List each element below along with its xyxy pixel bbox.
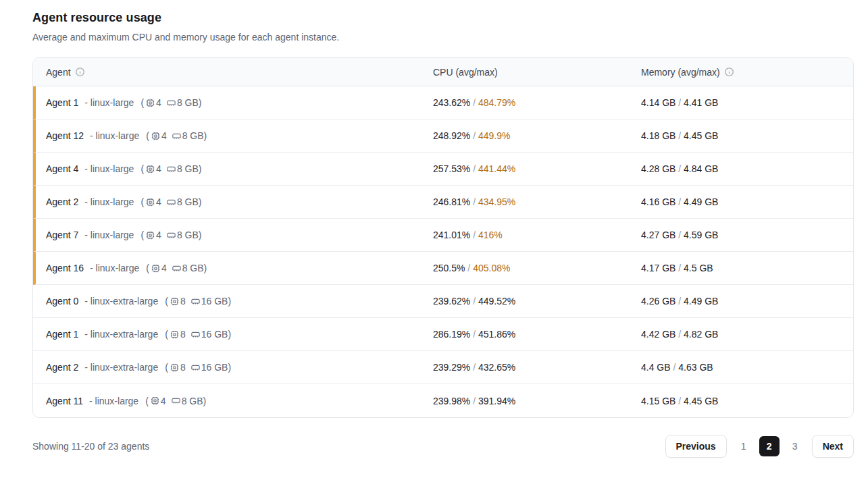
memory-cell: 4.42 GB / 4.82 GB <box>641 329 853 340</box>
spec-paren-close: ) <box>228 296 231 307</box>
value-separator: / <box>470 296 478 307</box>
cpu-avg-value: 246.81% <box>433 196 470 207</box>
agent-cell: Agent 12 - linux-large (48 GB) <box>36 130 433 141</box>
memory-max-value: 4.45 GB <box>684 396 718 406</box>
spec-ram: 8 GB <box>177 196 199 207</box>
memory-icon <box>190 363 201 373</box>
agent-spec: (816 GB) <box>165 329 231 340</box>
cpu-cell: 250.5% / 405.08% <box>433 263 641 273</box>
cpu-icon <box>145 230 155 240</box>
memory-icon <box>166 164 176 174</box>
spec-ram: 8 GB <box>182 130 204 141</box>
value-separator: / <box>470 130 478 141</box>
spec-cores: 4 <box>161 396 166 406</box>
agent-name: Agent 4 <box>46 163 78 174</box>
memory-info-icon[interactable] <box>724 67 734 77</box>
spec-ram: 8 GB <box>177 97 199 108</box>
cpu-cell: 241.01% / 416% <box>433 230 641 240</box>
table-row: Agent 1 - linux-large (48 GB) 243.62% / … <box>33 86 853 120</box>
agent-spec: (48 GB) <box>141 97 201 108</box>
memory-max-value: 4.49 GB <box>684 296 718 307</box>
agent-name: Agent 1 <box>46 97 78 108</box>
agent-cell: Agent 0 - linux-extra-large (816 GB) <box>33 296 433 307</box>
spec-paren-open: ( <box>165 296 168 307</box>
spec-paren-open: ( <box>146 130 149 141</box>
spec-paren-open: ( <box>165 329 168 340</box>
page-1-button[interactable]: 1 <box>736 436 751 456</box>
memory-cell: 4.17 GB / 4.5 GB <box>641 263 853 273</box>
spec-ram: 16 GB <box>201 362 228 373</box>
agent-name: Agent 2 <box>46 196 78 207</box>
table-row: Agent 4 - linux-large (48 GB) 257.53% / … <box>33 153 853 186</box>
cpu-max-value: 449.9% <box>478 130 510 141</box>
memory-avg-value: 4.4 GB <box>641 362 671 373</box>
table-footer: Showing 11-20 of 23 agents Previous 123 … <box>32 434 854 458</box>
cpu-avg-value: 286.19% <box>433 329 470 340</box>
agent-info-icon[interactable] <box>75 67 85 77</box>
cpu-max-value: 441.44% <box>478 163 515 174</box>
memory-cell: 4.28 GB / 4.84 GB <box>641 163 853 174</box>
spec-cores: 4 <box>156 196 161 207</box>
table-body: Agent 1 - linux-large (48 GB) 243.62% / … <box>33 86 853 417</box>
agent-cell: Agent 1 - linux-extra-large (816 GB) <box>33 329 433 340</box>
memory-max-value: 4.41 GB <box>684 97 718 108</box>
spec-paren-close: ) <box>199 196 202 207</box>
spec-paren-close: ) <box>199 230 202 240</box>
cpu-avg-value: 239.29% <box>433 362 470 373</box>
page-2-button[interactable]: 2 <box>759 436 780 456</box>
value-separator: / <box>675 196 684 207</box>
spec-ram: 8 GB <box>182 396 203 406</box>
table-row: Agent 2 - linux-extra-large (816 GB) 239… <box>33 351 853 384</box>
memory-cell: 4.15 GB / 4.45 GB <box>641 396 853 406</box>
cpu-avg-value: 241.01% <box>433 230 470 240</box>
table-row: Agent 12 - linux-large (48 GB) 248.92% /… <box>33 120 853 153</box>
memory-max-value: 4.45 GB <box>684 130 718 141</box>
cpu-max-value: 391.94% <box>478 396 515 406</box>
memory-cell: 4.27 GB / 4.59 GB <box>641 230 853 240</box>
spec-cores: 8 <box>180 329 186 340</box>
spec-cores: 4 <box>161 263 167 273</box>
memory-icon <box>166 197 176 207</box>
spec-paren-close: ) <box>199 163 202 174</box>
agent-spec: (816 GB) <box>165 296 231 307</box>
agent-machine-type: - linux-large <box>89 396 138 406</box>
spec-paren-close: ) <box>203 396 207 406</box>
agent-spec: (48 GB) <box>141 230 201 240</box>
table-row: Agent 16 - linux-large (48 GB) 250.5% / … <box>33 252 853 285</box>
value-separator: / <box>675 130 684 141</box>
agent-spec: (48 GB) <box>146 130 207 141</box>
memory-icon <box>166 98 176 108</box>
cpu-icon <box>150 396 160 406</box>
table-row: Agent 7 - linux-large (48 GB) 241.01% / … <box>33 219 853 252</box>
spec-paren-close: ) <box>228 329 231 340</box>
table-header-row: Agent CPU (avg/max) Memory (avg/max) <box>33 58 853 86</box>
agent-machine-type: - linux-large <box>84 230 134 240</box>
spec-ram: 16 GB <box>201 296 228 307</box>
agent-name: Agent 2 <box>46 362 78 373</box>
cpu-icon <box>170 329 180 340</box>
spec-paren-open: ( <box>141 97 144 108</box>
agent-cell: Agent 2 - linux-large (48 GB) <box>36 196 433 207</box>
page-3-button[interactable]: 3 <box>788 436 802 456</box>
cpu-avg-value: 248.92% <box>433 130 470 141</box>
memory-avg-value: 4.15 GB <box>641 396 675 406</box>
value-separator: / <box>671 362 679 373</box>
cpu-avg-value: 239.62% <box>433 296 470 307</box>
memory-cell: 4.18 GB / 4.45 GB <box>641 130 853 141</box>
cpu-icon <box>151 131 161 141</box>
value-separator: / <box>675 296 684 307</box>
value-separator: / <box>470 97 478 108</box>
spec-cores: 8 <box>180 296 186 307</box>
value-separator: / <box>675 163 684 174</box>
agent-name: Agent 11 <box>46 396 83 406</box>
cpu-icon <box>170 296 180 307</box>
previous-button[interactable]: Previous <box>665 435 727 458</box>
next-button[interactable]: Next <box>812 435 854 458</box>
memory-max-value: 4.84 GB <box>684 163 718 174</box>
memory-max-value: 4.63 GB <box>678 362 713 373</box>
cpu-avg-value: 243.62% <box>433 97 470 108</box>
cpu-icon <box>151 263 161 273</box>
agent-name: Agent 1 <box>46 329 78 340</box>
memory-cell: 4.14 GB / 4.41 GB <box>641 97 853 108</box>
column-header-memory-label: Memory (avg/max) <box>641 67 720 78</box>
